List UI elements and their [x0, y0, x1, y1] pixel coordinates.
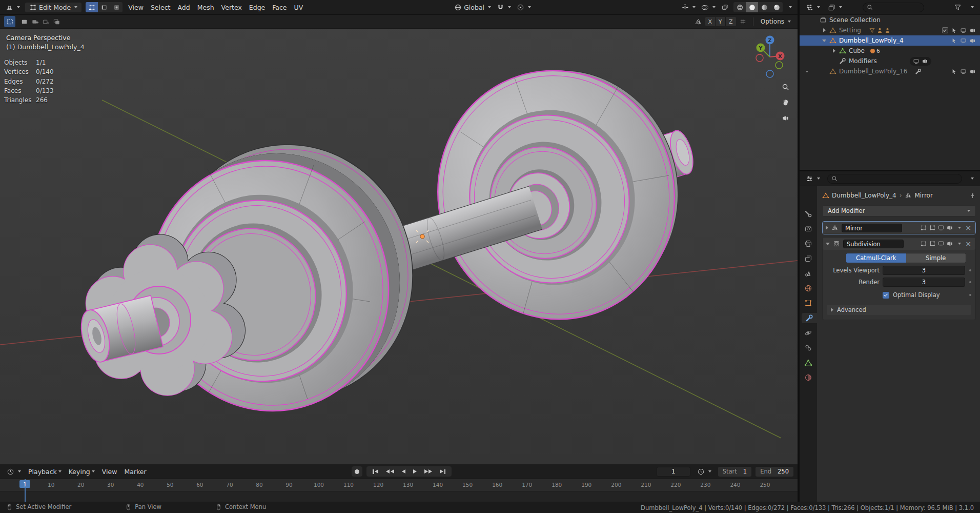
- levels-viewport-field[interactable]: 3: [883, 266, 965, 275]
- gizmo-minus-z-ball[interactable]: [766, 70, 773, 77]
- simple-button[interactable]: Simple: [906, 253, 966, 263]
- disclosure-toggle[interactable]: [822, 40, 827, 42]
- properties-tab-view-layer[interactable]: [800, 253, 817, 264]
- delete-subdivision-button[interactable]: ×: [964, 240, 972, 247]
- properties-tab-material[interactable]: [800, 372, 817, 383]
- select-intersect-button[interactable]: [51, 16, 62, 27]
- xray-toggle[interactable]: [719, 3, 731, 12]
- pin-icon[interactable]: [969, 192, 976, 199]
- menu-select[interactable]: Select: [147, 2, 174, 13]
- frame-tick-50[interactable]: 50: [167, 482, 173, 488]
- shading-options-dropdown[interactable]: [785, 5, 794, 9]
- properties-tab-output[interactable]: [800, 239, 817, 249]
- frame-tick-170[interactable]: 170: [522, 482, 532, 488]
- menu-mesh[interactable]: Mesh: [194, 2, 218, 13]
- optimal-display-checkbox[interactable]: [883, 292, 889, 299]
- snapping-toggle[interactable]: [494, 3, 514, 12]
- properties-tab-world[interactable]: [800, 283, 817, 293]
- breadcrumb-item[interactable]: Mirror: [914, 192, 932, 199]
- active-tool-button[interactable]: [4, 16, 15, 27]
- modifier-extras-icon[interactable]: [958, 243, 961, 245]
- disclosure-expanded-icon[interactable]: [826, 243, 830, 245]
- breadcrumb-object[interactable]: Dumbbell_LowPoly_4: [832, 192, 896, 199]
- menu-face[interactable]: Face: [269, 2, 290, 13]
- advanced-section-toggle[interactable]: Advanced: [827, 305, 971, 315]
- frame-tick-160[interactable]: 160: [492, 482, 502, 488]
- playback-sync-dropdown[interactable]: [695, 467, 714, 477]
- on-cage-toggle-icon[interactable]: [920, 240, 927, 247]
- menu-vertex[interactable]: Vertex: [218, 2, 246, 13]
- frame-tick-120[interactable]: 120: [373, 482, 383, 488]
- properties-tab-object-data[interactable]: [800, 358, 817, 368]
- frame-tick-150[interactable]: 150: [462, 482, 473, 488]
- edit-mode-toggle-icon[interactable]: [929, 240, 936, 247]
- timeline-track[interactable]: [0, 491, 798, 502]
- subdivision-modifier-header[interactable]: Subdivision ×: [823, 238, 975, 250]
- outliner-search-input[interactable]: [863, 3, 924, 12]
- animate-dot-icon[interactable]: [969, 281, 971, 283]
- animate-dot-icon[interactable]: [969, 294, 971, 296]
- outliner-filter-button[interactable]: [951, 3, 964, 12]
- menu-uv[interactable]: UV: [291, 2, 307, 13]
- render-levels-field[interactable]: 3: [883, 278, 965, 287]
- modifier-extras-icon[interactable]: [958, 227, 961, 229]
- transform-orientation-select[interactable]: Global: [452, 3, 494, 12]
- outliner-options-button[interactable]: [967, 5, 976, 9]
- outliner-display-mode-button[interactable]: [825, 3, 845, 12]
- subdivision-name-field[interactable]: Subdivision: [843, 240, 904, 248]
- add-modifier-button[interactable]: Add Modifier: [822, 205, 976, 216]
- render-toggle-icon[interactable]: [946, 224, 953, 231]
- camera-view-button[interactable]: [780, 113, 790, 123]
- frame-tick-190[interactable]: 190: [581, 482, 591, 488]
- mode-select[interactable]: Edit Mode: [25, 3, 81, 12]
- properties-tab-object[interactable]: [800, 298, 817, 308]
- transport-jump-to-start[interactable]: [370, 466, 381, 477]
- exclude-checkbox[interactable]: [942, 27, 948, 33]
- outliner-row-setting[interactable]: Setting: [800, 25, 980, 35]
- proportional-editing-toggle[interactable]: [514, 3, 534, 12]
- zoom-button[interactable]: [780, 82, 790, 92]
- frame-tick-60[interactable]: 60: [196, 482, 203, 488]
- gizmo-minus-y-ball[interactable]: [775, 62, 783, 69]
- shading-material[interactable]: [758, 2, 770, 12]
- cam-icon[interactable]: [969, 27, 976, 34]
- on-cage-toggle-icon[interactable]: [920, 224, 927, 231]
- transport-jump-to-prev-keyframe[interactable]: [383, 466, 397, 477]
- frame-start-field[interactable]: Start1: [718, 467, 751, 477]
- frame-tick-240[interactable]: 240: [730, 482, 740, 488]
- select-set-button[interactable]: [19, 16, 30, 27]
- mirror-axis-z[interactable]: Z: [726, 17, 736, 26]
- menu-marker[interactable]: Marker: [120, 466, 150, 477]
- outliner-row-cube[interactable]: Cube6: [800, 46, 980, 56]
- select-subtract-button[interactable]: [40, 16, 51, 27]
- frame-tick-140[interactable]: 140: [433, 482, 443, 488]
- frame-end-field[interactable]: End250: [756, 467, 793, 477]
- properties-options-button[interactable]: [967, 176, 976, 181]
- cam-icon[interactable]: [969, 68, 976, 75]
- timeline-editor-type-button[interactable]: [4, 467, 24, 477]
- frame-tick-80[interactable]: 80: [256, 482, 262, 488]
- cursor-icon[interactable]: [951, 37, 957, 44]
- frame-tick-10[interactable]: 10: [48, 482, 54, 488]
- auto-keying-toggle[interactable]: [352, 466, 362, 477]
- outliner-editor-type-button[interactable]: [803, 3, 823, 12]
- select-mode-edge[interactable]: [98, 2, 110, 12]
- monitor-icon[interactable]: [960, 68, 967, 75]
- frame-tick-100[interactable]: 100: [314, 482, 324, 488]
- mirror-name-field[interactable]: Mirror: [842, 224, 902, 232]
- transport-play-reverse[interactable]: [399, 466, 409, 477]
- outliner-row-scene-collection[interactable]: Scene Collection: [800, 15, 980, 25]
- properties-tab-physics[interactable]: [800, 328, 817, 338]
- realtime-toggle-icon[interactable]: [937, 240, 945, 247]
- outliner-row-modifiers[interactable]: Modifiers: [800, 56, 980, 66]
- frame-tick-30[interactable]: 30: [107, 482, 114, 488]
- select-mode-vertex[interactable]: [86, 2, 98, 12]
- disclosure-collapsed-icon[interactable]: [826, 226, 828, 230]
- overlays-dropdown[interactable]: [699, 3, 718, 12]
- disclosure-toggle[interactable]: [831, 49, 836, 53]
- monitor-icon[interactable]: [960, 27, 967, 34]
- transport-jump-to-next-keyframe[interactable]: [421, 466, 436, 477]
- properties-tab-scene[interactable]: [800, 268, 817, 279]
- properties-search-input[interactable]: [827, 174, 962, 184]
- navigation-gizmo[interactable]: Z Y X: [748, 33, 791, 81]
